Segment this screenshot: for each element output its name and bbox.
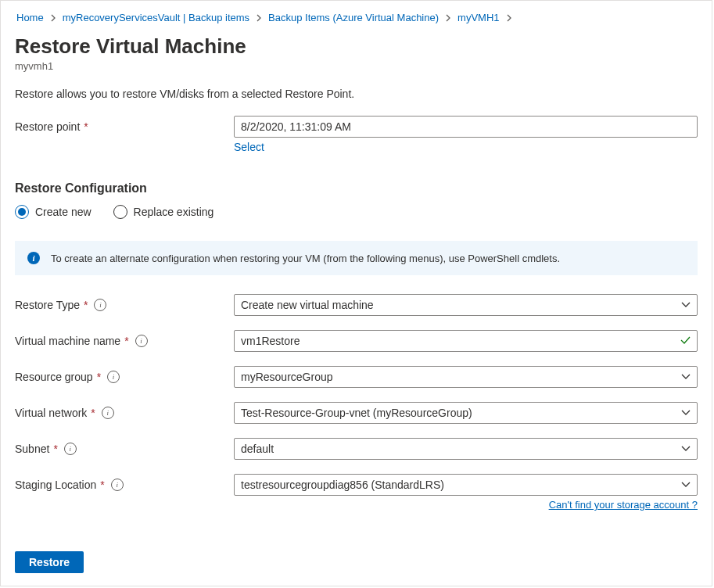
info-icon[interactable]: i xyxy=(107,371,120,383)
subnet-row: Subnet* i default xyxy=(15,438,698,460)
find-storage-account-link[interactable]: Can't find your storage account ? xyxy=(549,499,698,511)
virtual-network-label: Virtual network xyxy=(15,407,87,419)
restore-type-row: Restore Type* i Create new virtual machi… xyxy=(15,294,698,316)
info-banner: i To create an alternate configuration w… xyxy=(15,241,698,275)
radio-create-new[interactable]: Create new xyxy=(15,205,91,219)
restore-type-label: Restore Type xyxy=(15,299,80,311)
subnet-label: Subnet xyxy=(15,443,49,455)
breadcrumb-vm[interactable]: myVMH1 xyxy=(456,12,501,23)
vm-name-input[interactable] xyxy=(234,330,698,352)
breadcrumb-home[interactable]: Home xyxy=(15,12,45,23)
select-restore-point-link[interactable]: Select xyxy=(234,141,264,153)
chevron-down-icon xyxy=(681,302,691,308)
chevron-down-icon xyxy=(681,446,691,452)
restore-vm-page: Home myRecoveryServicesVault | Backup it… xyxy=(0,0,712,586)
resource-group-row: Resource group* i myResourceGroup xyxy=(15,366,698,388)
staging-location-select[interactable]: testresourcegroupdiag856 (StandardLRS) xyxy=(234,474,698,496)
radio-replace-existing[interactable]: Replace existing xyxy=(113,205,214,219)
restore-point-input[interactable]: 8/2/2020, 11:31:09 AM xyxy=(234,116,698,138)
restore-point-label: Restore point* xyxy=(15,116,234,133)
resource-group-label: Resource group xyxy=(15,371,93,383)
restore-button[interactable]: Restore xyxy=(15,551,84,573)
chevron-right-icon xyxy=(253,14,265,22)
info-icon[interactable]: i xyxy=(135,335,148,347)
breadcrumb-backup-items[interactable]: Backup Items (Azure Virtual Machine) xyxy=(267,12,440,23)
staging-location-row: Staging Location* i testresourcegroupdia… xyxy=(15,474,698,511)
resource-group-select[interactable]: myResourceGroup xyxy=(234,366,698,388)
info-icon: i xyxy=(27,252,40,264)
check-icon xyxy=(679,334,691,346)
page-subtitle: myvmh1 xyxy=(15,60,698,72)
info-icon[interactable]: i xyxy=(102,407,114,419)
restore-point-row: Restore point* 8/2/2020, 11:31:09 AM Sel… xyxy=(15,116,698,153)
info-icon[interactable]: i xyxy=(94,299,106,311)
footer: Restore xyxy=(15,551,84,573)
chevron-right-icon xyxy=(503,14,515,22)
subnet-select[interactable]: default xyxy=(234,438,698,460)
restore-config-radio-group: Create new Replace existing xyxy=(15,205,698,219)
info-icon[interactable]: i xyxy=(111,479,124,491)
page-description: Restore allows you to restore VM/disks f… xyxy=(15,88,698,100)
staging-location-label: Staging Location xyxy=(15,479,96,491)
vm-name-row: Virtual machine name* i xyxy=(15,330,698,352)
restore-configuration-heading: Restore Configuration xyxy=(15,181,698,195)
restore-type-select[interactable]: Create new virtual machine xyxy=(234,294,698,316)
required-icon: * xyxy=(84,120,88,133)
info-icon[interactable]: i xyxy=(64,443,77,455)
chevron-down-icon xyxy=(681,374,691,380)
virtual-network-select[interactable]: Test-Resource-Group-vnet (myResourceGrou… xyxy=(234,402,698,424)
breadcrumb-vault[interactable]: myRecoveryServicesVault | Backup items xyxy=(61,12,251,23)
virtual-network-row: Virtual network* i Test-Resource-Group-v… xyxy=(15,402,698,424)
chevron-down-icon xyxy=(681,410,691,416)
chevron-right-icon xyxy=(442,14,454,22)
breadcrumb: Home myRecoveryServicesVault | Backup it… xyxy=(15,12,698,23)
chevron-down-icon xyxy=(681,482,691,488)
page-title: Restore Virtual Machine xyxy=(15,34,698,59)
chevron-right-icon xyxy=(47,14,59,22)
info-banner-text: To create an alternate configuration whe… xyxy=(51,253,560,264)
vm-name-label: Virtual machine name xyxy=(15,335,120,347)
